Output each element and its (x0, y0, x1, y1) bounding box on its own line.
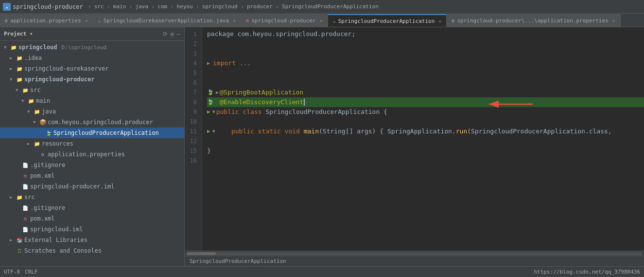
tree-item-eurekaserver[interactable]: ▶ 📁 springcloud-eurekaserver (0, 63, 184, 74)
spring-gutter-icon-2: 🍃 (207, 97, 214, 107)
tree-item-external-libraries[interactable]: ▶ 📚 External Libraries (0, 235, 184, 245)
close-icon[interactable]: ✕ (320, 18, 323, 23)
breadcrumb-java[interactable]: java (136, 3, 149, 10)
status-line-ending: CRLF (25, 269, 38, 275)
code-token: ... (240, 58, 251, 68)
sidebar-title: Project ▾ (4, 31, 33, 37)
breadcrumb-classname[interactable]: SpringcloudProducerApplication (282, 3, 379, 10)
code-token (254, 127, 258, 136)
tab-eurekaserver-application[interactable]: ☕ SpringcloudEurekaserverApplication.jav… (93, 14, 241, 27)
java-icon: ☕ (98, 18, 101, 23)
tree-item-app-properties[interactable]: ⚙ application.properties (0, 149, 184, 160)
sidebar-header: Project ▾ ⟳ ⚙ — (0, 27, 184, 41)
tree-label: com.heyou.springcloud.producer (48, 119, 153, 126)
tree-label: .gitignore (30, 162, 65, 168)
tree-item-main[interactable]: ▼ 📁 main (0, 95, 184, 106)
settings-icon[interactable]: ⚙ (171, 31, 174, 37)
scrollbar-track (187, 252, 642, 255)
tree-label: resources (42, 140, 73, 147)
tree-label: External Libraries (24, 237, 87, 243)
code-token: package com.heyou.springcloud.producer; (207, 29, 355, 39)
code-line-5 (207, 68, 644, 78)
line-num-4: 4 (185, 58, 200, 68)
fold-icon-2[interactable]: ▼ (212, 107, 215, 117)
status-url: https://blog.csdn.net/qq_37980436 (534, 269, 640, 275)
line-num-7: 7 (185, 88, 200, 97)
run-icon[interactable]: ▶ (207, 107, 210, 117)
code-line-7: 🍃 ▶ @SpringBootApplication (207, 88, 644, 97)
folder-icon: 📁 (16, 194, 23, 201)
code-token: public (231, 127, 254, 136)
tab-application-properties[interactable]: ⚙ application.properties ✕ (0, 14, 93, 27)
code-token: run (456, 127, 467, 136)
sync-icon[interactable]: ⟳ (163, 31, 168, 37)
scrollbar-thumb[interactable] (187, 252, 216, 255)
close-icon[interactable]: ✕ (438, 18, 441, 24)
run-icon-2[interactable]: ▶ (207, 127, 210, 136)
close-icon[interactable]: ✕ (612, 18, 615, 23)
code-token (300, 127, 304, 136)
code-line-15: } (207, 146, 644, 156)
code-line-9: ▶ ▼ public class SpringcloudProducerAppl… (207, 107, 644, 117)
package-icon: 📦 (39, 119, 46, 126)
folder-icon: 📁 (10, 44, 17, 51)
code-token (281, 127, 285, 136)
close-icon[interactable]: ✕ (85, 18, 88, 23)
xml-icon: m (22, 172, 29, 179)
tree-label: springcloud (18, 44, 57, 51)
tree-label: src (30, 87, 41, 93)
tree-item-pom-producer[interactable]: m pom.xml (0, 170, 184, 181)
tree-item-java[interactable]: ▼ 📁 java (0, 106, 184, 117)
tab-springcloud-producer-module[interactable]: m springcloud-producer ✕ (241, 14, 328, 27)
breadcrumb-main[interactable]: main (113, 3, 126, 10)
editor-tab-bar: ⚙ application.properties ✕ ☕ Springcloud… (0, 14, 644, 27)
arrow-icon: ▼ (21, 98, 26, 103)
tree-label: main (36, 97, 50, 104)
breadcrumb-heyou[interactable]: heyou (176, 3, 192, 10)
collapse-icon[interactable]: ▶ (207, 58, 210, 68)
folder-icon: 📁 (16, 76, 23, 83)
close-icon[interactable]: ✕ (233, 18, 236, 23)
tree-item-src[interactable]: ▼ 📁 src (0, 85, 184, 95)
tree-label: java (42, 108, 56, 115)
tree-label: .gitignore (30, 204, 65, 211)
tree-item-scratches-consoles[interactable]: 🗒 Scratches and Consoles (0, 245, 184, 256)
tree-item-springcloud[interactable]: ▼ 📁 springcloud D:\springcloud (0, 42, 184, 53)
tree-item-producer-application[interactable]: 🍃 SpringcloudProducerApplication (0, 128, 184, 138)
editor-content: 1 2 3 4 5 6 7 8 9 10 11 12 15 16 package… (185, 27, 644, 251)
folder-icon: 📁 (34, 140, 40, 147)
tree-item-gitignore-root[interactable]: 📄 .gitignore (0, 203, 184, 213)
line-num-15: 15 (185, 146, 200, 156)
tab-springcloud-producer-application[interactable]: ☕ SpringcloudProducerApplication ✕ (328, 14, 447, 27)
breadcrumb-com[interactable]: com (157, 3, 167, 10)
tree-item-gitignore-producer[interactable]: 📄 .gitignore (0, 160, 184, 170)
minimize-icon[interactable]: — (177, 31, 180, 37)
tree-item-springcloud-producer[interactable]: ▼ 📁 springcloud-producer (0, 74, 184, 85)
breadcrumb-producer[interactable]: producer (247, 3, 273, 10)
tab-application-properties-2[interactable]: ⚙ springcloud-producer\...\application.p… (447, 14, 620, 27)
tree-item-package[interactable]: ▼ 📦 com.heyou.springcloud.producer (0, 117, 184, 128)
spring-icon: 🍃 (45, 129, 52, 136)
tree-label: application.properties (48, 151, 125, 158)
tree-label: springcloud-producer.iml (30, 183, 114, 190)
code-token (236, 58, 240, 68)
breadcrumb-springcloud[interactable]: springcloud (202, 3, 238, 10)
tree-item-springcloud-iml[interactable]: 📄 springcloud.iml (0, 224, 184, 235)
fold-icon-3[interactable]: ▼ (212, 127, 215, 136)
code-token: SpringcloudProducerApplication { (262, 107, 387, 117)
code-line-10 (207, 117, 644, 127)
editor-scrollbar[interactable] (185, 251, 644, 256)
code-token: (String[] args) { SpringApplication. (319, 127, 456, 136)
arrow-icon: ▼ (33, 120, 38, 125)
code-token: main (304, 127, 319, 136)
code-content[interactable]: package com.heyou.springcloud.producer; … (202, 27, 644, 251)
tree-item-resources[interactable]: ▶ 📁 resources (0, 138, 184, 149)
fold-icon[interactable]: ▶ (216, 88, 219, 97)
tree-item-producer-iml[interactable]: 📄 springcloud-producer.iml (0, 181, 184, 192)
tree-item-src-root[interactable]: ▶ 📁 src (0, 192, 184, 203)
tree-item-idea[interactable]: ▶ 📁 .idea (0, 53, 184, 63)
tab-label: SpringcloudProducerApplication (338, 18, 435, 24)
tree-item-pom-root[interactable]: m pom.xml (0, 213, 184, 224)
breadcrumb-src[interactable]: src (94, 3, 104, 10)
bottom-filename-bar: SpringcloudProducerApplication (185, 256, 644, 266)
